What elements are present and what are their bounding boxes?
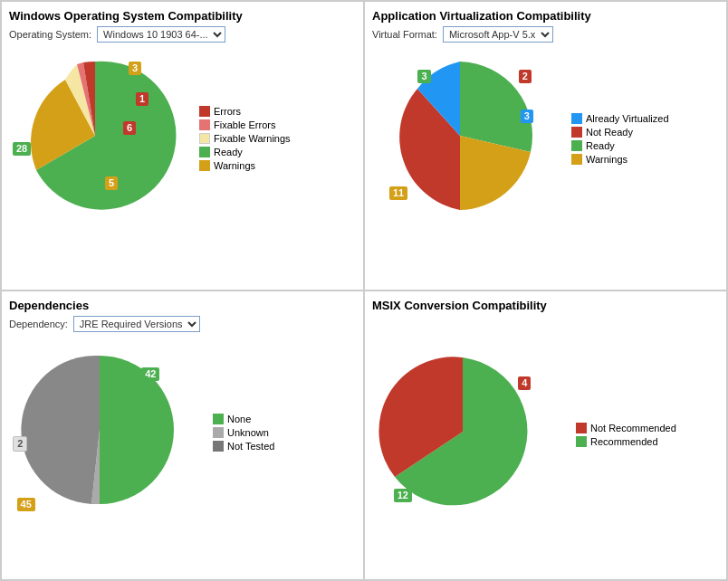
msix-legend: Not Recommended Recommended [576,423,676,447]
fixable-errors-label: Fixable Errors [214,119,275,130]
none-color [213,414,224,424]
legend-recommended: Recommended [576,436,676,447]
not-tested-color [213,441,224,452]
badge-12: 12 [394,489,412,502]
badge-3-green: 3 [417,70,430,83]
windows-chart-area: 3 1 6 28 5 Errors Fixable Errors Fixable… [9,48,356,229]
deps-chart-area: 42 2 45 None Unknown Not Tested [9,338,356,528]
badge-3: 3 [129,62,141,75]
appv-chart-area: 2 3 11 3 Already Virtualized Not Ready R… [372,48,719,229]
dashboard: Windows Operating System Compatibility O… [0,0,728,581]
windows-panel: Windows Operating System Compatibility O… [1,1,364,290]
badge-45: 45 [17,498,35,511]
windows-control: Operating System: Windows 10 1903 64-... [9,26,356,43]
msix-pie: 4 12 [372,344,567,525]
badge-5: 5 [105,176,118,190]
not-ready-color [571,127,582,138]
badge-1: 1 [136,92,148,106]
legend-errors: Errors [199,106,291,117]
appv-panel: Application Virtualization Compatibility… [364,1,727,290]
deps-panel: Dependencies Dependency: JRE Required Ve… [1,290,364,580]
deps-pie: 42 2 45 [9,342,204,523]
appv-warnings-label: Warnings [586,154,627,165]
fixable-warnings-label: Fixable Warnings [214,133,291,144]
deps-control-label: Dependency: [9,319,68,329]
ready-label: Ready [214,147,243,157]
windows-title: Windows Operating System Compatibility [9,9,356,23]
already-virt-label: Already Virtualized [586,113,669,124]
appv-format-select[interactable]: Microsoft App-V 5.x [443,26,553,43]
windows-os-select[interactable]: Windows 10 1903 64-... [97,26,225,43]
not-recommended-label: Not Recommended [590,423,676,433]
legend-unknown: Unknown [213,427,274,438]
not-tested-label: Not Tested [227,441,274,452]
appv-pie: 2 3 11 3 [372,52,562,224]
recommended-label: Recommended [590,436,658,447]
badge-11: 11 [389,186,407,200]
legend-not-ready: Not Ready [571,127,669,138]
appv-control-label: Virtual Format: [372,29,437,40]
legend-appv-warnings: Warnings [571,154,669,165]
legend-already-virt: Already Virtualized [571,113,669,124]
windows-pie: 3 1 6 28 5 [9,52,190,224]
none-label: None [227,414,251,424]
msix-panel: MSIX Conversion Compatibility 4 12 Not R… [364,290,727,580]
appv-ready-color [571,140,582,151]
badge-42: 42 [141,367,159,381]
appv-warnings-color [571,154,582,165]
legend-not-tested: Not Tested [213,441,274,452]
not-ready-label: Not Ready [586,127,633,138]
windows-control-label: Operating System: [9,29,91,40]
badge-3-blue: 3 [521,110,533,123]
deps-select[interactable]: JRE Required Versions [73,316,200,332]
legend-fixable-errors: Fixable Errors [199,119,291,130]
appv-legend: Already Virtualized Not Ready Ready Warn… [571,113,669,165]
legend-none: None [213,414,274,424]
warnings-label: Warnings [214,160,255,171]
legend-appv-ready: Ready [571,140,669,151]
appv-ready-label: Ready [586,140,615,151]
badge-2: 2 [519,70,532,83]
badge-2: 2 [13,436,27,452]
recommended-color [576,436,587,447]
legend-ready: Ready [199,147,291,157]
fixable-errors-color [199,119,210,130]
deps-legend: None Unknown Not Tested [213,414,274,452]
warnings-color [199,160,210,171]
windows-legend: Errors Fixable Errors Fixable Warnings R… [199,106,291,171]
msix-chart-area: 4 12 Not Recommended Recommended [372,330,719,538]
msix-title: MSIX Conversion Compatibility [372,299,719,312]
errors-color [199,106,210,117]
legend-fixable-warnings: Fixable Warnings [199,133,291,144]
legend-warnings: Warnings [199,160,291,171]
errors-label: Errors [214,106,241,117]
fixable-warnings-color [199,133,210,144]
ready-color [199,147,210,157]
appv-title: Application Virtualization Compatibility [372,9,719,23]
unknown-color [213,427,224,438]
deps-control: Dependency: JRE Required Versions [9,316,356,332]
appv-control: Virtual Format: Microsoft App-V 5.x [372,26,719,43]
already-virt-color [571,113,582,124]
deps-title: Dependencies [9,299,356,312]
unknown-label: Unknown [227,427,269,438]
not-recommended-color [576,423,587,433]
badge-6: 6 [123,121,136,135]
badge-4: 4 [518,376,531,390]
badge-28: 28 [13,142,31,156]
legend-not-recommended: Not Recommended [576,423,676,433]
